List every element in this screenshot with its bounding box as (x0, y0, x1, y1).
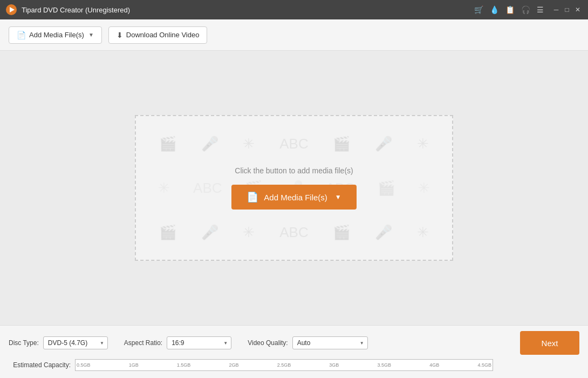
bg-icon-21: ✳ (417, 224, 429, 241)
video-quality-label: Video Quality: (248, 339, 288, 347)
add-media-dropdown-arrow: ▼ (88, 32, 94, 38)
drop-zone: 🎬 🎤 ✳ ABC 🎬 🎤 ✳ ✳ ABC 🎬 🎤 ABC 🎬 ✳ 🎬 🎤 (135, 115, 453, 261)
bg-icon-18: ABC (279, 224, 308, 241)
capacity-row: Estimated Capacity: 0.5GB 1GB 1.5GB 2GB … (9, 359, 579, 371)
bg-icon-1: 🎬 (159, 136, 176, 152)
disc-type-group: Disc Type: DVD-5 (4.7G) DVD-9 (8.5G) Blu… (9, 336, 108, 349)
add-media-label: Add Media File(s) (29, 31, 84, 39)
disc-type-label: Disc Type: (9, 339, 39, 347)
bg-icon-17: ✳ (243, 224, 255, 241)
headphone-icon[interactable]: 🎧 (521, 5, 530, 14)
bg-icon-13: 🎬 (378, 180, 395, 197)
bg-icon-4: ABC (279, 136, 308, 152)
capacity-tick-marks: 0.5GB 1GB 1.5GB 2GB 2.5GB 3GB 3.5GB 4GB … (76, 362, 493, 368)
video-quality-select[interactable]: Auto High Medium Low (292, 336, 368, 349)
menu-icon[interactable]: ☰ (537, 5, 544, 14)
cart-icon[interactable]: 🛒 (474, 5, 483, 14)
add-media-large-icon: 📄 (247, 191, 258, 203)
bottom-controls-row: Disc Type: DVD-5 (4.7G) DVD-9 (8.5G) Blu… (9, 331, 579, 355)
aspect-ratio-select[interactable]: 16:9 4:3 (167, 336, 231, 349)
tick-3-5gb: 3.5GB (378, 362, 392, 368)
tick-1-5gb: 1.5GB (177, 362, 191, 368)
aspect-ratio-group: Aspect Ratio: 16:9 4:3 (124, 336, 231, 349)
app-logo (5, 4, 17, 16)
bg-icon-15: 🎬 (159, 224, 176, 241)
video-quality-select-wrapper: Auto High Medium Low (292, 336, 368, 349)
add-media-icon: 📄 (17, 31, 26, 39)
copy-icon[interactable]: 📋 (505, 5, 515, 14)
capacity-bar: 0.5GB 1GB 1.5GB 2GB 2.5GB 3GB 3.5GB 4GB … (75, 359, 493, 371)
tick-0-5gb: 0.5GB (77, 362, 91, 368)
drop-hint-text: Click the button to add media file(s) (235, 166, 353, 175)
tick-4-5gb: 4.5GB (477, 362, 491, 368)
download-video-button[interactable]: ⬇ Download Online Video (108, 26, 208, 44)
capacity-label: Estimated Capacity: (9, 361, 71, 369)
bg-icon-5: 🎬 (333, 136, 350, 152)
bg-icon-16: 🎤 (201, 224, 218, 241)
bg-icon-7: ✳ (417, 136, 429, 152)
app-title: Tipard DVD Creator (Unregistered) (22, 6, 474, 14)
drop-icon[interactable]: 💧 (490, 5, 499, 14)
aspect-ratio-select-wrapper: 16:9 4:3 (167, 336, 231, 349)
bg-icon-6: 🎤 (375, 136, 392, 152)
aspect-ratio-label: Aspect Ratio: (124, 339, 162, 347)
toolbar: 📄 Add Media File(s) ▼ ⬇ Download Online … (0, 19, 588, 51)
tick-4gb: 4GB (429, 362, 439, 368)
tick-2-5gb: 2.5GB (277, 362, 291, 368)
bg-icon-9: ABC (193, 180, 222, 197)
bg-icon-2: 🎤 (201, 136, 218, 152)
main-content: 🎬 🎤 ✳ ABC 🎬 🎤 ✳ ✳ ABC 🎬 🎤 ABC 🎬 ✳ 🎬 🎤 (0, 51, 588, 325)
title-bar: Tipard DVD Creator (Unregistered) 🛒 💧 📋 … (0, 0, 588, 19)
drop-zone-add-media-button[interactable]: 📄 Add Media File(s) ▼ (231, 185, 356, 210)
drop-zone-dropdown-arrow: ▼ (335, 193, 341, 201)
disc-type-select-wrapper: DVD-5 (4.7G) DVD-9 (8.5G) Blu-ray 25G Bl… (43, 336, 108, 349)
bg-icon-3: ✳ (243, 136, 255, 152)
window-controls: ─ □ ✕ (551, 5, 583, 15)
tick-3gb: 3GB (329, 362, 339, 368)
bg-icon-14: ✳ (418, 180, 430, 197)
drop-zone-add-media-label: Add Media File(s) (264, 193, 327, 202)
video-quality-group: Video Quality: Auto High Medium Low (248, 336, 368, 349)
bg-icon-8: ✳ (158, 180, 170, 197)
disc-type-select[interactable]: DVD-5 (4.7G) DVD-9 (8.5G) Blu-ray 25G Bl… (43, 336, 108, 349)
add-media-button[interactable]: 📄 Add Media File(s) ▼ (9, 26, 102, 44)
download-icon: ⬇ (117, 31, 123, 39)
minimize-button[interactable]: ─ (551, 5, 561, 15)
title-bar-icons: 🛒 💧 📋 🎧 ☰ (474, 5, 544, 14)
bg-icon-20: 🎤 (375, 224, 392, 241)
tick-1gb: 1GB (129, 362, 139, 368)
close-button[interactable]: ✕ (573, 5, 583, 15)
drop-zone-inner: Click the button to add media file(s) 📄 … (231, 166, 356, 210)
maximize-button[interactable]: □ (562, 5, 572, 15)
tick-2gb: 2GB (229, 362, 239, 368)
download-video-label: Download Online Video (126, 31, 200, 39)
bottom-bar: Disc Type: DVD-5 (4.7G) DVD-9 (8.5G) Blu… (0, 325, 588, 378)
next-button[interactable]: Next (520, 331, 579, 355)
bg-icon-19: 🎬 (333, 224, 350, 241)
